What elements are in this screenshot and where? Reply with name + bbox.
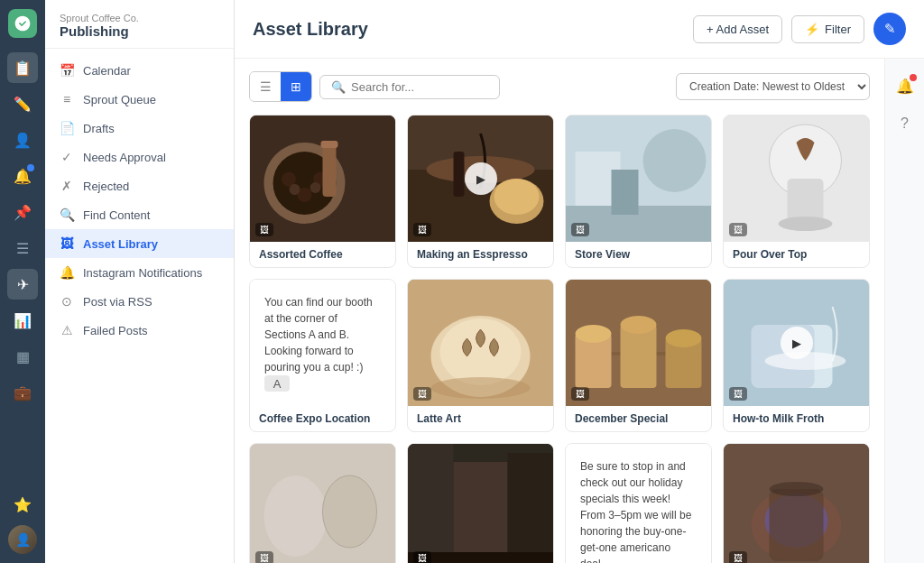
asset-type-badge: 🖼 [413, 223, 431, 236]
asset-grid: 🖼 Assorted Coffee ▶ 🖼 Making an Esspress… [249, 115, 870, 563]
sidebar-item-find-content[interactable]: 🔍 Find Content [45, 200, 234, 229]
publishing-icon[interactable]: 📋 [7, 52, 38, 83]
nav-icon: ✗ [60, 179, 74, 193]
play-button[interactable]: ▶ [465, 162, 497, 195]
asset-type-badge: 🖼 [729, 551, 747, 563]
avatar[interactable]: 👤 [8, 525, 37, 554]
sidebar-item-needs-approval[interactable]: ✓ Needs Approval [45, 143, 234, 171]
help-icon[interactable]: ? [891, 109, 919, 138]
asset-type-badge: 🖼 [729, 223, 747, 236]
asset-card[interactable]: 🖼 December Special [565, 279, 712, 432]
main-content: ☰ ⊞ 🔍 Creation Date: Newest to OldestCre… [235, 59, 884, 563]
asset-name: Pour Over Top [724, 242, 869, 267]
nav-item-label: Sprout Queue [83, 93, 156, 106]
asset-card[interactable]: 🖼 Store View [565, 115, 712, 268]
sidebar-item-post-via-rss[interactable]: ⊙ Post via RSS [45, 287, 234, 316]
bell-right-icon[interactable]: 🔔 [891, 71, 919, 100]
svg-point-28 [431, 377, 531, 399]
asset-image: ▶ 🖼 [408, 115, 553, 242]
asset-type-badge: 🖼 [255, 551, 273, 563]
asset-card[interactable]: 🖼 Latte Art [407, 279, 554, 432]
toolbar-left: ☰ ⊞ 🔍 [249, 71, 500, 102]
tools-nav-icon[interactable]: 💼 [7, 377, 38, 408]
filter-button[interactable]: ⚡ Filter [791, 15, 864, 43]
analytics-nav-icon[interactable]: 📊 [7, 305, 38, 336]
send-nav-icon[interactable]: ✈ [7, 269, 38, 300]
nav-header: Sprout Coffee Co. Publishing [45, 0, 234, 49]
text-card-preview: You can find our booth at the corner of … [250, 280, 395, 406]
asset-image: ▶ 🖼 [724, 280, 869, 406]
notification-nav-icon[interactable]: 🔔 [7, 161, 38, 191]
svg-rect-52 [770, 489, 824, 561]
nav-icon: 🖼 [60, 236, 74, 251]
sidebar-item-drafts[interactable]: 📄 Drafts [45, 114, 234, 143]
play-button[interactable]: ▶ [781, 327, 813, 359]
menu-nav-icon[interactable]: ☰ [7, 233, 38, 263]
sidebar-item-failed-posts[interactable]: ⚠ Failed Posts [45, 316, 234, 345]
top-bar: Asset Library + Add Asset ⚡ Filter ✎ [235, 0, 924, 59]
asset-name: Store View [566, 242, 711, 267]
svg-rect-32 [621, 325, 657, 388]
nav-icon: 📄 [60, 121, 74, 135]
edit-button[interactable]: ✎ [873, 13, 906, 45]
add-asset-button[interactable]: + Add Asset [693, 15, 782, 43]
sidebar-item-rejected[interactable]: ✗ Rejected [45, 171, 234, 200]
nav-item-label: Asset Library [83, 237, 158, 251]
nav-item-label: Rejected [83, 180, 129, 193]
asset-image: 🖼 [566, 280, 711, 406]
nav-icon: ⊙ [60, 294, 74, 309]
svg-point-53 [770, 482, 824, 496]
asset-card[interactable]: Be sure to stop in and check out our hol… [565, 443, 712, 563]
sidebar-item-calendar[interactable]: 📅 Calendar [45, 56, 234, 85]
asset-name: Latte Art [408, 406, 553, 431]
reports-nav-icon[interactable]: ▦ [7, 341, 38, 372]
nav-icon: 🔍 [60, 208, 74, 222]
asset-card[interactable]: 🖼 [407, 443, 554, 563]
asset-card[interactable]: 🖼 Assorted Coffee [249, 115, 396, 268]
asset-card[interactable]: 🖼 [249, 443, 396, 563]
svg-rect-45 [408, 444, 454, 563]
asset-image: 🖼 [250, 444, 395, 563]
sidebar-item-instagram-notifications[interactable]: 🔔 Instagram Notifications [45, 258, 234, 287]
nav-item-label: Drafts [83, 122, 115, 135]
app-logo[interactable] [8, 9, 37, 38]
compose-icon[interactable]: ✏️ [7, 88, 38, 119]
asset-image: 🖼 [408, 444, 553, 563]
nav-item-label: Find Content [83, 208, 150, 222]
asset-name: Assorted Coffee [250, 242, 395, 267]
list-view-button[interactable]: ☰ [250, 72, 281, 101]
nav-icon: ✓ [60, 150, 74, 164]
search-input[interactable] [351, 80, 488, 94]
svg-point-27 [440, 318, 522, 385]
asset-type-badge: 🖼 [571, 223, 589, 236]
view-toggle: ☰ ⊞ [249, 71, 312, 102]
svg-point-43 [323, 475, 377, 548]
svg-point-7 [310, 182, 321, 193]
asset-card[interactable]: 🖼 [723, 443, 870, 563]
nav-item-label: Post via RSS [83, 295, 152, 309]
nav-item-label: Failed Posts [83, 324, 148, 337]
sidebar-item-asset-library[interactable]: 🖼 Asset Library [45, 229, 234, 258]
asset-card[interactable]: ▶ 🖼 Making an Esspresso [407, 115, 554, 268]
sort-select[interactable]: Creation Date: Newest to OldestCreation … [676, 73, 870, 100]
asset-card[interactable]: 🖼 Pour Over Top [723, 115, 870, 268]
grid-view-button[interactable]: ⊞ [281, 72, 311, 101]
main-area: Asset Library + Add Asset ⚡ Filter ✎ ☰ ⊞ [235, 0, 924, 563]
nav-icon: ⚠ [60, 323, 74, 337]
profile-nav-icon[interactable]: 👤 [7, 125, 38, 155]
right-icon-bar: 🔔 ? [884, 59, 924, 563]
asset-image: 🖼 [566, 115, 711, 242]
asset-name: How-to Milk Froth [724, 406, 869, 431]
asset-image: 🖼 [724, 115, 869, 242]
svg-point-18 [643, 129, 707, 192]
asset-card[interactable]: ▶ 🖼 How-to Milk Froth [723, 279, 870, 432]
nav-icon: 🔔 [60, 265, 74, 280]
nav-item-label: Instagram Notifications [83, 266, 202, 280]
svg-rect-8 [323, 143, 337, 197]
favorites-nav-icon[interactable]: ⭐ [7, 489, 38, 520]
asset-image: 🖼 [724, 444, 869, 563]
nav-sidebar: Sprout Coffee Co. Publishing 📅 Calendar≡… [45, 0, 235, 563]
asset-card[interactable]: You can find our booth at the corner of … [249, 279, 396, 432]
sidebar-item-sprout-queue[interactable]: ≡ Sprout Queue [45, 85, 234, 114]
pin-nav-icon[interactable]: 📌 [7, 197, 38, 227]
